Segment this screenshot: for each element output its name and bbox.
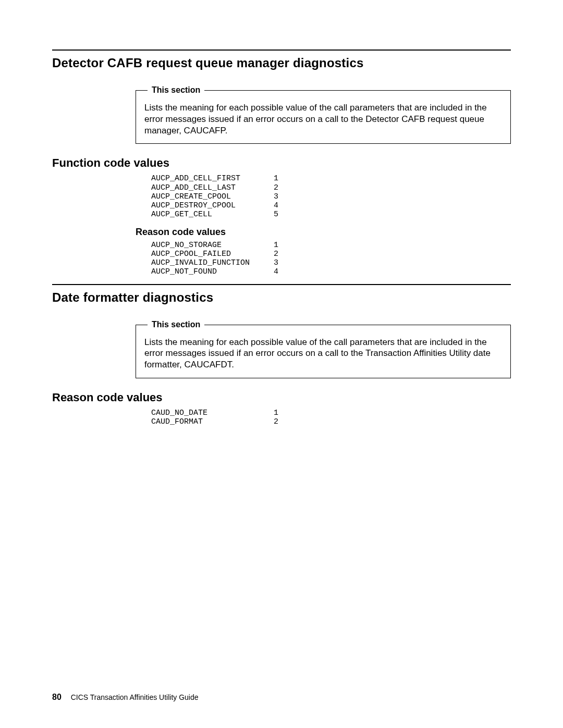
code-value: 4 [274, 201, 289, 210]
info-box-1: This section Lists the meaning for each … [136, 90, 511, 144]
code-name: AUCP_DESTROY_CPOOL [151, 201, 274, 210]
info-box-1-text: Lists the meaning for each possible valu… [144, 103, 487, 135]
code-name: AUCP_ADD_CELL_FIRST [151, 174, 274, 183]
code-value: 2 [274, 417, 289, 426]
code-name: CAUD_NO_DATE [151, 409, 274, 417]
page-number: 80 [52, 693, 62, 701]
footer-doc-title: CICS Transaction Affinities Utility Guid… [71, 693, 199, 701]
code-name: CAUD_FORMAT [151, 417, 274, 426]
code-row: AUCP_CREATE_CPOOL3 [151, 192, 511, 201]
code-name: AUCP_INVALID_FUNCTION [151, 258, 274, 267]
heading-function-code-values: Function code values [52, 156, 511, 170]
code-row: AUCP_CPOOL_FAILED2 [151, 250, 511, 258]
code-value: 2 [274, 183, 289, 192]
reason-code-table-2: CAUD_NO_DATE1CAUD_FORMAT2 [151, 409, 511, 427]
heading-detector-cafb: Detector CAFB request queue manager diag… [52, 56, 511, 70]
code-row: AUCP_ADD_CELL_FIRST1 [151, 174, 511, 183]
rule-top-2 [52, 284, 511, 285]
heading-reason-code-values-1: Reason code values [136, 227, 511, 238]
code-row: AUCP_DESTROY_CPOOL4 [151, 201, 511, 210]
info-box-2-text: Lists the meaning for each possible valu… [144, 337, 491, 370]
code-value: 2 [274, 250, 289, 258]
code-name: AUCP_NOT_FOUND [151, 267, 274, 276]
code-value: 5 [274, 210, 289, 219]
heading-date-formatter: Date formatter diagnostics [52, 290, 511, 305]
rule-top-1 [52, 50, 511, 51]
page-content: Detector CAFB request queue manager diag… [0, 0, 563, 426]
info-box-2-legend: This section [148, 319, 204, 330]
code-row: AUCP_GET_CELL5 [151, 210, 511, 219]
reason-code-table-1: AUCP_NO_STORAGE1AUCP_CPOOL_FAILED2AUCP_I… [151, 241, 511, 277]
heading-reason-code-values-2: Reason code values [52, 391, 511, 404]
code-row: AUCP_ADD_CELL_LAST2 [151, 183, 511, 192]
info-box-2: This section Lists the meaning for each … [136, 325, 511, 378]
code-name: AUCP_ADD_CELL_LAST [151, 183, 274, 192]
code-value: 1 [274, 174, 289, 183]
code-name: AUCP_CREATE_CPOOL [151, 192, 274, 201]
code-value: 3 [274, 192, 289, 201]
function-code-table: AUCP_ADD_CELL_FIRST1AUCP_ADD_CELL_LAST2A… [151, 174, 511, 219]
code-row: CAUD_FORMAT2 [151, 417, 511, 426]
page-footer: 80 CICS Transaction Affinities Utility G… [52, 693, 199, 702]
code-row: AUCP_INVALID_FUNCTION3 [151, 258, 511, 267]
code-value: 3 [274, 258, 289, 267]
info-box-1-legend: This section [148, 85, 204, 95]
info-box-2-frame: This section Lists the meaning for each … [136, 325, 511, 378]
code-value: 1 [274, 409, 289, 417]
code-value: 4 [274, 267, 289, 276]
code-row: AUCP_NOT_FOUND4 [151, 267, 511, 276]
code-name: AUCP_GET_CELL [151, 210, 274, 219]
code-name: AUCP_CPOOL_FAILED [151, 250, 274, 258]
code-value: 1 [274, 241, 289, 250]
code-row: CAUD_NO_DATE1 [151, 409, 511, 417]
code-row: AUCP_NO_STORAGE1 [151, 241, 511, 250]
code-name: AUCP_NO_STORAGE [151, 241, 274, 250]
info-box-1-frame: This section Lists the meaning for each … [136, 90, 511, 144]
